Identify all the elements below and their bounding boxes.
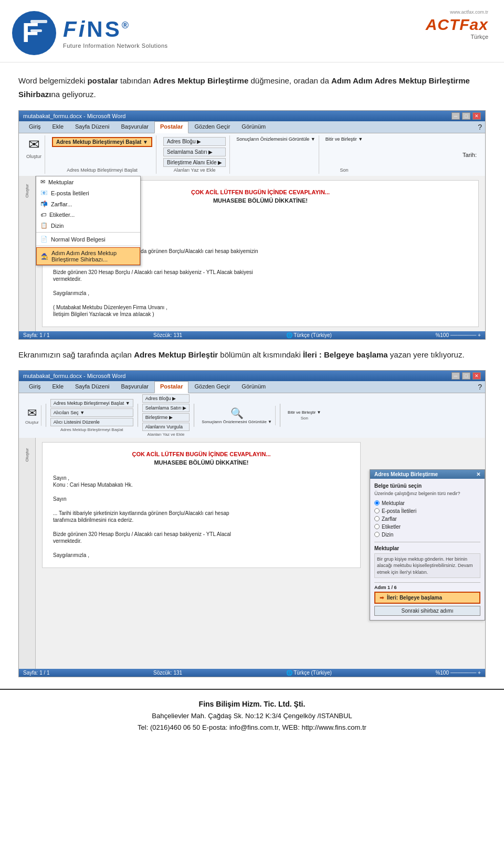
radio-mektuplar-input[interactable]	[374, 500, 380, 506]
tab-postalar-1[interactable]: Postalar	[154, 121, 188, 133]
radio-zarflar[interactable]: Zarflar	[374, 515, 480, 523]
tab-gorunum-1[interactable]: Görünüm	[236, 121, 271, 133]
titlebar-controls-1: ─ □ ✕	[452, 112, 481, 120]
footer-contact: Tel: (0216)460 06 50 E-posta: info@fins.…	[5, 722, 499, 733]
tab-giriş-1[interactable]: Giriş	[23, 121, 47, 133]
radio-etiketler[interactable]: Etiketler	[374, 523, 480, 531]
alanlari-btn-2[interactable]: Alanlarını Vurgula	[142, 423, 190, 431]
doc2-line-p4: vermektedir.	[53, 538, 350, 544]
son-label: Bitir ve Birleştir ▼	[326, 136, 363, 143]
onizle-icon-2: 🔍	[230, 407, 244, 419]
tab-postalar-2[interactable]: Postalar	[154, 381, 188, 393]
help-icon-1[interactable]: ?	[475, 121, 485, 133]
doc-line-p3: Bizde görünen 320 Hesap Borçlu / Alacakl…	[53, 269, 468, 275]
footer-address: Bahçelievler Mah. Çağdaş Sk. No:12 K:3/4…	[5, 710, 499, 722]
amb-radio-group: Mektuplar E-posta İletileri Zarflar	[374, 499, 480, 539]
baslat-btn-2[interactable]: Adres Mektup Birleştirmeyi Başlat ▼	[50, 399, 133, 407]
amb-panel-close[interactable]: ✕	[476, 471, 480, 477]
menu-etiketler: Etiketler...	[49, 212, 75, 218]
olustur-icon-2[interactable]: ✉	[27, 406, 37, 420]
statusbar-zoom-2: %100 ─────── +	[435, 670, 481, 676]
radio-etiketler-input[interactable]	[374, 524, 380, 529]
close-btn-2[interactable]: ✕	[472, 372, 481, 380]
son-group-label: Son	[340, 167, 348, 173]
radio-dizin[interactable]: Dizin	[374, 531, 480, 539]
menu-dizin: Dizin	[51, 223, 64, 229]
doc2-line-sayin2: Sayın	[53, 496, 350, 502]
radio-eposta-input[interactable]	[374, 508, 380, 513]
statusbar-lang-1: 🌐 Türkçe (Türkiye)	[286, 332, 332, 338]
olustur-icon[interactable]: ✉	[28, 136, 40, 153]
selamlama-btn[interactable]: Selamlama Satırı ▶	[163, 148, 226, 156]
help-icon-2[interactable]: ?	[475, 381, 485, 393]
dropdown-dizin[interactable]: 📋 Dizin	[36, 220, 140, 231]
amb-desc-title: Mektuplar	[374, 545, 480, 551]
radio-dizin-label: Dizin	[382, 532, 393, 538]
word-titlebar-1: mutabakat_formu.docx - Microsoft Word ─ …	[19, 111, 485, 121]
maximize-btn-2[interactable]: □	[462, 372, 470, 380]
intro-bold-adres: Adres Mektup Birleştirme	[153, 76, 249, 85]
dropdown-normal[interactable]: 📄 Normal Word Belgesi	[36, 234, 140, 245]
amb-next-step[interactable]: ➡ İleri: Belgeye başlama	[374, 592, 480, 604]
intro-paragraph: Word belgemizdeki postalar tabından Adre…	[18, 74, 486, 101]
tab-ekle-2[interactable]: Ekle	[47, 381, 69, 393]
menu-mektuplar: Mektuplar	[48, 179, 74, 185]
radio-dizin-input[interactable]	[374, 532, 380, 537]
actfax-sub: Türkçe	[470, 34, 488, 40]
close-btn-1[interactable]: ✕	[472, 112, 481, 120]
radio-etiketler-label: Etiketler	[382, 524, 401, 530]
word-body-2: Oluştur ÇOK ACİL LÜTFEN BUGÜN İÇİNDE CEV…	[19, 438, 485, 669]
alicilari-sec-btn[interactable]: Alıcıları Seç ▼	[50, 408, 133, 417]
maximize-btn-1[interactable]: □	[462, 112, 470, 120]
baslat-label: Adres Mektup Birleştirmeyi Başlat	[51, 167, 153, 173]
menu-separator-2	[36, 246, 140, 246]
ribbon-tabs-1: Giriş Ekle Sayfa Düzeni Başvurular Posta…	[19, 121, 485, 133]
tab-gozden-1[interactable]: Gözden Geçir	[188, 121, 236, 133]
birlestirme-btn-2[interactable]: Birleştirme ▶	[142, 413, 190, 422]
adres-blok-btn[interactable]: Adres Bloğu ▶	[163, 137, 226, 146]
birlestirme-btn[interactable]: Birleştirme Alanı Ekle ▶	[163, 158, 226, 167]
doc-line-saygi: Saygılarımızla ,	[53, 290, 468, 296]
main-content: Word belgemizdeki postalar tabından Adre…	[0, 62, 504, 689]
fins-logo-text: FiNS® Future Information Network Solutio…	[63, 17, 168, 49]
dropdown-etiketler[interactable]: 🏷 Etiketler...	[36, 209, 140, 220]
actfax-logo: www.actfax.com.tr ACTFax Türkçe	[426, 9, 488, 40]
amb-description: Bir grup kişiye mektup gönderin. Her bir…	[374, 553, 480, 579]
doc2-line-saygi: Saygılarımızla ,	[53, 552, 350, 558]
divider-4	[280, 404, 280, 427]
adres-blok-btn-2[interactable]: Adres Bloğu ▶	[142, 394, 190, 403]
divider-2	[138, 404, 138, 427]
menu-eposta: E-posta İletileri	[51, 190, 89, 196]
word-window-1: mutabakat_formu.docx - Microsoft Word ─ …	[18, 110, 486, 340]
tab-basvuru-1[interactable]: Başvurular	[115, 121, 154, 133]
word-doc-main-2: ÇOK ACİL LÜTFEN BUGÜN İÇİNDE CEVAPLAYIN.…	[36, 438, 367, 669]
dropdown-mektuplar[interactable]: ✉ Mektuplar	[36, 176, 140, 187]
amb-question: Üzerinde çalıştığınız belgenin türü nedi…	[374, 491, 480, 496]
tab-sayfa-2[interactable]: Sayfa Düzeni	[69, 381, 115, 393]
minimize-btn-2[interactable]: ─	[452, 372, 460, 380]
tab-giriş-2[interactable]: Giriş	[23, 381, 47, 393]
minimize-btn-1[interactable]: ─	[452, 112, 460, 120]
dropdown-sihirbaz[interactable]: 🧙 Adım Adım Adres Mektup Birleştirme Sih…	[36, 247, 140, 265]
radio-zarflar-input[interactable]	[374, 516, 380, 521]
alici-listesi-btn[interactable]: Alıcı Listesini Düzenle	[50, 418, 133, 426]
tab-gorunum-2[interactable]: Görünüm	[236, 381, 271, 393]
tab-ekle-1[interactable]: Ekle	[47, 121, 69, 133]
statusbar-lang-2: 🌐 Türkçe (Türkiye)	[286, 670, 332, 676]
tab-gozden-2[interactable]: Gözden Geçir	[188, 381, 236, 393]
selamlama-btn-2[interactable]: Selamlama Satırı ▶	[142, 404, 190, 412]
amb-next-text: İleri: Belgeye başlama	[387, 595, 442, 601]
dropdown-zarflar[interactable]: 📬 Zarflar...	[36, 198, 140, 209]
dropdown-eposta[interactable]: 📧 E-posta İletileri	[36, 187, 140, 198]
radio-eposta[interactable]: E-posta İletileri	[374, 507, 480, 515]
amb-step-label: Adım 1 / 6	[374, 585, 480, 590]
baslat-btn-highlighted[interactable]: Adres Mektup Birleştirmeyi Başlat ▼	[52, 137, 152, 147]
doc-line-mutabakat: ( Mutabakat Mektubu Düzenleyen Firma Unv…	[53, 304, 468, 310]
svg-rect-2	[30, 20, 47, 23]
amb-next-btn-label: Sonraki sihirbaz adımı	[402, 608, 454, 614]
dropdown-menu-1: ✉ Mektuplar 📧 E-posta İletileri 📬 Zarfla…	[36, 176, 141, 266]
tab-sayfa-1[interactable]: Sayfa Düzeni	[69, 121, 115, 133]
tab-basvuru-2[interactable]: Başvurular	[115, 381, 154, 393]
amb-next-btn[interactable]: Sonraki sihirbaz adımı	[374, 606, 480, 616]
radio-mektuplar[interactable]: Mektuplar	[374, 499, 480, 507]
